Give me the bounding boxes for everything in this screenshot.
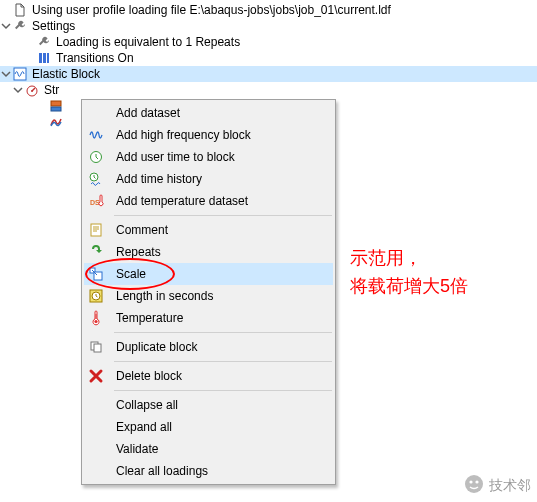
watermark-label: 技术邻 [489, 477, 531, 495]
menu-expand-all[interactable]: Expand all [84, 416, 333, 438]
menu-separator [114, 390, 332, 391]
svg-rect-3 [14, 68, 26, 80]
svg-rect-0 [39, 53, 42, 63]
svg-point-20 [469, 480, 472, 483]
menu-add-time-history[interactable]: Add time history [84, 168, 333, 190]
repeats-label: Loading is equivalent to 1 Repeats [55, 35, 240, 49]
delete-icon [84, 365, 108, 387]
component-icon [48, 98, 64, 114]
menu-repeats[interactable]: Repeats [84, 241, 333, 263]
collapse-toggle[interactable] [12, 82, 24, 98]
profile-path-label: Using user profile loading file E:\abaqu… [31, 3, 391, 17]
tree-row-elastic-block[interactable]: Elastic Block [0, 66, 537, 82]
scale-icon [84, 263, 108, 285]
transitions-label: Transitions On [55, 51, 134, 65]
thermometer-icon [84, 307, 108, 329]
menu-add-temperature-dataset[interactable]: DS Add temperature dataset [84, 190, 333, 212]
tree-spacer [24, 50, 36, 66]
gauge-icon [24, 82, 40, 98]
context-menu: Add dataset Add high frequency block Add… [81, 99, 336, 485]
svg-rect-1 [43, 53, 46, 63]
tree-row-transitions[interactable]: Transitions On [0, 50, 537, 66]
wave-icon [84, 124, 108, 146]
svg-point-19 [465, 475, 483, 493]
svg-rect-11 [91, 224, 101, 236]
svg-text:DS: DS [90, 199, 100, 206]
menu-add-user-time[interactable]: Add user time to block [84, 146, 333, 168]
svg-rect-18 [94, 344, 101, 352]
menu-temperature[interactable]: Temperature [84, 307, 333, 329]
elastic-block-label: Elastic Block [31, 67, 100, 81]
clock-signal-icon [84, 168, 108, 190]
collapse-toggle[interactable] [0, 66, 12, 82]
tree-spacer [0, 2, 12, 18]
blank-icon [84, 416, 108, 438]
magnitude-icon [48, 114, 64, 130]
menu-clear-all-loadings[interactable]: Clear all loadings [84, 460, 333, 482]
blank-icon [84, 102, 108, 124]
file-icon [12, 2, 28, 18]
strain-label: Str [43, 83, 59, 97]
watermark: 技术邻 [463, 473, 531, 498]
menu-duplicate-block[interactable]: Duplicate block [84, 336, 333, 358]
clock-green-icon [84, 146, 108, 168]
collapse-toggle[interactable] [0, 18, 12, 34]
temperature-dataset-icon: DS [84, 190, 108, 212]
annotation-line2: 将载荷增大5倍 [350, 272, 468, 300]
wrench-icon [36, 34, 52, 50]
tree-row-settings[interactable]: Settings [0, 18, 537, 34]
settings-label: Settings [31, 19, 75, 33]
comment-icon [84, 219, 108, 241]
svg-rect-7 [51, 107, 61, 111]
annotation-text: 示范用， 将载荷增大5倍 [350, 244, 468, 300]
tree-spacer [24, 34, 36, 50]
tree-row-repeats[interactable]: Loading is equivalent to 1 Repeats [0, 34, 537, 50]
svg-rect-6 [51, 101, 61, 106]
menu-separator [114, 215, 332, 216]
blank-icon [84, 460, 108, 482]
watermark-logo-icon [463, 473, 485, 498]
annotation-line1: 示范用， [350, 244, 468, 272]
blank-icon [84, 438, 108, 460]
svg-point-5 [31, 90, 33, 92]
transitions-icon [36, 50, 52, 66]
wave-block-icon [12, 66, 28, 82]
blank-icon [84, 394, 108, 416]
menu-validate[interactable]: Validate [84, 438, 333, 460]
svg-point-21 [475, 480, 478, 483]
menu-collapse-all[interactable]: Collapse all [84, 394, 333, 416]
tree-row-strain[interactable]: Str [0, 82, 537, 98]
menu-add-high-frequency-block[interactable]: Add high frequency block [84, 124, 333, 146]
duplicate-icon [84, 336, 108, 358]
menu-length-seconds[interactable]: Length in seconds [84, 285, 333, 307]
menu-delete-block[interactable]: Delete block [84, 365, 333, 387]
menu-separator [114, 361, 332, 362]
clock-yellow-icon [84, 285, 108, 307]
tree-spacer [36, 98, 48, 114]
menu-add-dataset[interactable]: Add dataset [84, 102, 333, 124]
repeats-icon [84, 241, 108, 263]
menu-separator [114, 332, 332, 333]
menu-comment[interactable]: Comment [84, 219, 333, 241]
svg-rect-2 [47, 53, 49, 63]
tree-spacer [36, 114, 48, 130]
tree-row-profile[interactable]: Using user profile loading file E:\abaqu… [0, 2, 537, 18]
svg-point-16 [94, 320, 97, 323]
wrench-icon [12, 18, 28, 34]
menu-scale[interactable]: Scale [84, 263, 333, 285]
